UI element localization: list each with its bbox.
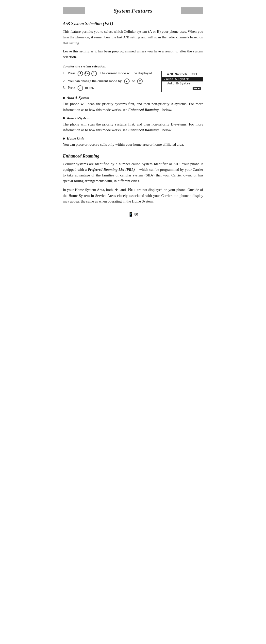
step-3: 3. Press F to set. (63, 85, 158, 91)
display-item-auto-a: √Auto A-System (162, 77, 203, 82)
enhanced-roaming-ref-b: Enhanced Roaming (128, 128, 159, 132)
display-box-title: A/B Switch F51 (162, 72, 203, 77)
display-item-auto-b: Auto B-System (162, 82, 203, 86)
check-mark: √ (164, 78, 165, 81)
step-2-num: 2. (63, 78, 68, 84)
section1-para2: Leave this setting as it has been prepro… (63, 48, 203, 60)
step-2-content: You can change the current mode by ▲ or … (68, 78, 158, 84)
steps-with-display: 1. Press F 5JKL 1 . The current mode wil… (63, 70, 203, 92)
bullet-home-only: Home Only You can place or receive calls… (63, 136, 203, 148)
header-bar-left (63, 8, 85, 14)
step-2: 2. You can change the current mode by ▲ … (63, 78, 158, 84)
nav-up-arrow: ▲ (124, 78, 130, 84)
step-3-num: 3. (63, 85, 68, 90)
bullet-dot-home (63, 138, 65, 140)
step-3-content: Press F to set. (68, 85, 158, 91)
bullet-auto-b-text: The phone will scan the priority systems… (63, 122, 203, 133)
nav-down-arrow: ▼ (137, 78, 143, 84)
page: System Features A/B System Selection (F5… (49, 0, 217, 402)
bullet-auto-a-title: Auto A-System (63, 96, 203, 100)
page-num-icon: 📱 (128, 212, 133, 217)
antenna-icon: ✈ (115, 187, 118, 193)
bullet-auto-a: Auto A-System The phone will scan the pr… (63, 96, 203, 113)
bullet-auto-a-label: Auto A-System (67, 96, 89, 100)
bullet-home-only-text: You can place or receive calls only with… (63, 142, 203, 148)
bullet-dot-a (63, 97, 65, 99)
subsection-alter-title: To alter the system selection: (63, 64, 203, 68)
step-1-num: 1. (63, 70, 68, 76)
key-f: F (78, 71, 83, 76)
page-number: 80 (134, 212, 138, 216)
ok-arrow: ▶ (198, 87, 200, 90)
rm-text: Rm (128, 187, 134, 192)
section-enhanced-roaming: Enhanced Roaming Cellular systems are id… (63, 154, 203, 204)
header-bar-right (181, 8, 203, 14)
key-1: 1 (91, 71, 97, 76)
section2-para1: Cellular systems are identified by a num… (63, 161, 203, 184)
bullet-auto-b-title: Auto B-System (63, 116, 203, 120)
bullet-auto-b-label: Auto B-System (67, 116, 89, 120)
section-ab-system: A/B System Selection (F51) This feature … (63, 21, 203, 148)
section2-para2: In your Home System Area, both ✈ and Rm … (63, 186, 203, 204)
page-title: System Features (85, 8, 181, 14)
enhanced-roaming-ref-a: Enhanced Roaming (128, 108, 159, 112)
section1-title: A/B System Selection (F51) (63, 21, 203, 26)
ok-badge: OK ▶ (193, 86, 201, 90)
bullet-auto-b: Auto B-System The phone will scan the pr… (63, 116, 203, 133)
display-ok-row: OK ▶ (162, 86, 203, 91)
bullet-auto-a-text: The phone will scan the priority systems… (63, 101, 203, 113)
page-header: System Features (63, 8, 203, 14)
section2-title: Enhanced Roaming (63, 154, 203, 159)
steps-left: 1. Press F 5JKL 1 . The current mode wil… (63, 70, 158, 92)
prl-text: Preferred Roaming List (PRL) (88, 168, 135, 172)
bullet-home-only-title: Home Only (63, 136, 203, 140)
key-f-set: F (78, 86, 83, 91)
page-number-area: 📱 80 (63, 212, 203, 217)
bullet-dot-b (63, 117, 65, 119)
step-1: 1. Press F 5JKL 1 . The current mode wil… (63, 70, 158, 76)
step-1-content: Press F 5JKL 1 . The current mode will b… (68, 70, 158, 76)
display-box: A/B Switch F51 √Auto A-System Auto B-Sys… (161, 71, 203, 92)
key-5jkl: 5JKL (85, 71, 90, 76)
section1-para1: This feature permits you to select which… (63, 29, 203, 46)
bullet-home-only-label: Home Only (67, 136, 84, 140)
